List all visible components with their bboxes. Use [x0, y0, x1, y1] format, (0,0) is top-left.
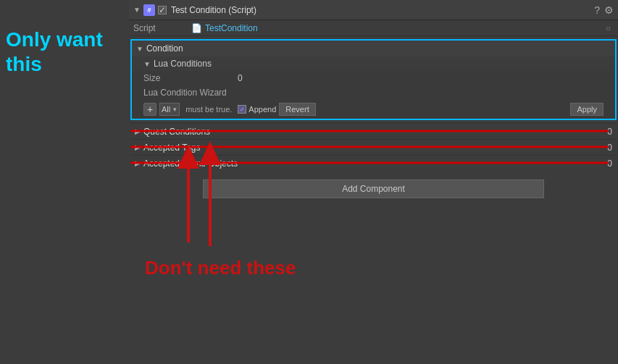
script-value[interactable]: 📄 TestCondition — [191, 23, 258, 33]
inspector-panel: ▼ # ✓ Test Condition (Script) ? ⚙ Script… — [129, 0, 618, 364]
quest-conditions-row: ▶ Quest Conditions 0 — [130, 123, 617, 139]
lua-arrow[interactable]: ▼ — [143, 60, 151, 68]
quest-arrow[interactable]: ▶ — [135, 127, 141, 135]
condition-section: ▼ Condition ▼ Lua Conditions Size 0 Lua … — [130, 39, 617, 120]
objects-label: Accepted Game Objects — [143, 158, 607, 169]
wizard-label: Lua Condition Wizard — [143, 88, 227, 98]
script-row: Script 📄 TestCondition ○ — [129, 20, 618, 36]
revert-button[interactable]: Revert — [279, 103, 315, 116]
size-row: Size 0 — [132, 71, 615, 85]
object-picker-icon[interactable]: ○ — [606, 23, 611, 33]
dropdown-value: All — [162, 105, 170, 114]
append-checkbox[interactable]: ✓ — [238, 105, 246, 114]
apply-button[interactable]: Apply — [570, 103, 604, 116]
quest-value: 0 — [607, 127, 612, 137]
wizard-row: Lua Condition Wizard — [132, 85, 615, 100]
script-label: Script — [133, 23, 191, 33]
settings-button[interactable]: ⚙ — [604, 4, 614, 16]
component-icon: # — [143, 4, 155, 16]
size-value[interactable]: 0 — [238, 73, 243, 83]
must-be-label: must be true. — [183, 105, 235, 114]
enabled-checkbox[interactable]: ✓ — [158, 6, 167, 14]
condition-arrow[interactable]: ▼ — [136, 45, 143, 53]
dont-need-annotation: Don't need these — [145, 257, 296, 279]
add-component-area: Add Component — [130, 174, 617, 204]
all-dropdown[interactable]: All ▼ — [159, 103, 180, 116]
objects-arrow[interactable]: ▶ — [135, 159, 141, 167]
wizard-toolbar: + All ▼ must be true. ✓ Append Revert Ap… — [132, 100, 615, 119]
append-label: Append — [249, 105, 276, 114]
condition-title: Condition — [146, 43, 183, 54]
lua-conditions-header: ▼ Lua Conditions — [132, 56, 615, 71]
append-checkbox-row[interactable]: ✓ Append — [238, 105, 276, 114]
tags-arrow[interactable]: ▶ — [135, 143, 141, 151]
add-condition-button[interactable]: + — [143, 103, 156, 116]
accepted-objects-row: ▶ Accepted Game Objects 0 — [130, 155, 617, 171]
strikethrough-sections: ▶ Quest Conditions 0 ▶ Accepted Tags 0 ▶… — [130, 123, 617, 171]
collapse-arrow[interactable]: ▼ — [133, 6, 141, 14]
other-sections: ▶ Quest Conditions 0 ▶ Accepted Tags 0 ▶… — [130, 123, 617, 204]
only-want-annotation: Only want this — [6, 27, 103, 76]
component-header: ▼ # ✓ Test Condition (Script) ? ⚙ — [129, 0, 618, 20]
size-label: Size — [143, 73, 238, 83]
file-icon: 📄 — [191, 23, 202, 33]
quest-label: Quest Conditions — [143, 127, 607, 137]
accepted-tags-row: ▶ Accepted Tags 0 — [130, 139, 617, 155]
help-button[interactable]: ? — [594, 4, 600, 16]
tags-label: Accepted Tags — [143, 143, 607, 153]
condition-header: ▼ Condition — [132, 41, 615, 56]
tags-value: 0 — [607, 143, 612, 153]
add-component-button[interactable]: Add Component — [203, 179, 544, 198]
component-title: Test Condition (Script) — [171, 5, 594, 15]
lua-conditions-label: Lua Conditions — [154, 59, 212, 69]
script-filename: TestCondition — [205, 23, 258, 33]
dropdown-arrow-icon: ▼ — [172, 106, 178, 113]
objects-value: 0 — [607, 158, 612, 169]
